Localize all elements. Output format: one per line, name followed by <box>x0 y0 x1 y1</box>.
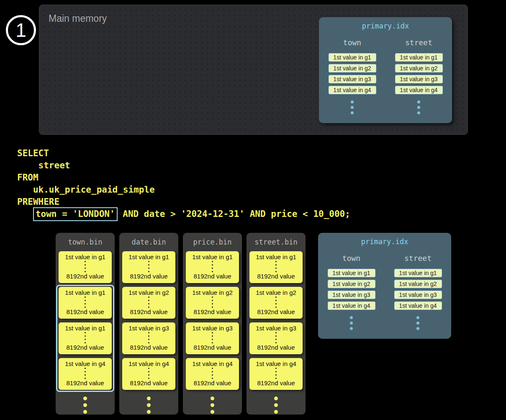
ellipsis-dot <box>275 296 277 298</box>
index-entry-chip: 1st value in g4 <box>394 301 442 310</box>
granule-first-value: 1st value in g2 <box>192 289 233 296</box>
granule-first-value: 1st value in g2 <box>128 289 169 296</box>
ellipsis-dots <box>351 100 354 114</box>
granule-block: 1st value in g18192nd value <box>249 251 303 283</box>
ellipsis-dot <box>85 261 86 262</box>
bin-title: town.bin <box>56 238 115 246</box>
ellipsis-dot <box>275 261 277 262</box>
index-entry-chip: 1st value in g4 <box>395 86 443 94</box>
ellipsis-dot <box>275 300 277 301</box>
granule-last-value: 8192nd value <box>257 344 295 351</box>
sql-line: SELECT <box>17 147 350 160</box>
granule-block: 1st value in g28192nd value <box>186 287 239 319</box>
granule-block: 1st value in g28192nd value <box>249 287 303 319</box>
column-header: street <box>405 38 432 47</box>
ellipsis-dot <box>275 307 277 308</box>
ellipsis-dot <box>148 261 149 262</box>
granule-first-value: 1st value in g1 <box>65 253 105 260</box>
granule-first-value: 1st value in g4 <box>256 360 296 367</box>
index-entry-chip: 1st value in g1 <box>395 53 443 62</box>
granule-block: 1st value in g28192nd value <box>122 287 175 319</box>
granule-last-value: 8192nd value <box>66 344 104 351</box>
bin-blocks: 1st value in g18192nd value1st value in … <box>249 251 303 394</box>
ellipsis-dot <box>211 410 214 414</box>
sql-line: uk.uk_price_paid_simple <box>17 184 350 196</box>
granule-block: 1st value in g48192nd value <box>186 358 239 390</box>
ellipsis-dot <box>85 342 86 343</box>
primary-index-column-street: street1st value in g11st value in g21st … <box>385 38 452 114</box>
granule-inner-dots <box>148 261 149 272</box>
ellipsis-dot <box>351 100 354 103</box>
ellipsis-dot <box>212 368 213 369</box>
main-memory-title: Main memory <box>49 13 107 24</box>
granule-inner-dots <box>212 368 213 379</box>
granule-block: 1st value in g18192nd value <box>186 251 239 283</box>
granule-block: 1st value in g18192nd value <box>59 287 112 319</box>
granule-inner-dots <box>275 332 277 343</box>
index-entry-chip: 1st value in g2 <box>329 64 376 72</box>
granule-inner-dots <box>212 296 213 308</box>
ellipsis-dot <box>275 371 277 372</box>
granule-first-value: 1st value in g3 <box>192 325 233 332</box>
primary-index-columns: town1st value in g11st value in g21st va… <box>318 254 451 330</box>
primary-index-title: primary.idx <box>319 22 452 30</box>
ellipsis-dot <box>275 271 277 272</box>
ellipsis-dot <box>148 374 149 376</box>
granule-block: 1st value in g48192nd value <box>249 358 303 390</box>
ellipsis-dots <box>119 397 178 414</box>
ellipsis-dot <box>275 374 277 376</box>
ellipsis-dot <box>148 339 149 340</box>
ellipsis-dot <box>212 268 213 269</box>
granule-last-value: 8192nd value <box>193 308 231 315</box>
ellipsis-dot <box>274 410 278 414</box>
granule-block: 1st value in g38192nd value <box>249 322 303 354</box>
ellipsis-dots <box>417 100 420 114</box>
index-entry-chip: 1st value in g2 <box>394 280 442 288</box>
ellipsis-dot <box>350 316 353 319</box>
ellipsis-dot <box>83 410 87 414</box>
index-entry-chip: 1st value in g2 <box>328 280 375 288</box>
ellipsis-dot <box>85 332 86 333</box>
ellipsis-dot <box>148 271 149 272</box>
granule-inner-dots <box>148 332 149 343</box>
ellipsis-dot <box>212 378 213 379</box>
index-entry-chip: 1st value in g1 <box>328 269 375 277</box>
ellipsis-dot <box>83 397 87 400</box>
index-entry-chip: 1st value in g3 <box>395 75 443 83</box>
column-header: street <box>404 254 432 263</box>
granule-last-value: 8192nd value <box>66 379 104 387</box>
ellipsis-dot <box>275 339 277 340</box>
ellipsis-dot <box>85 296 86 298</box>
ellipsis-dot <box>148 371 149 372</box>
ellipsis-dot <box>148 335 149 337</box>
ellipsis-dot <box>275 335 277 337</box>
diagram-canvas: 1 Main memory primary.idxtown1st value i… <box>0 0 506 420</box>
ellipsis-dot <box>212 339 213 340</box>
ellipsis-dot <box>148 300 149 301</box>
granule-inner-dots <box>85 296 86 308</box>
granule-last-value: 8192nd value <box>257 379 295 387</box>
granule-first-value: 1st value in g2 <box>256 289 296 296</box>
primary-index-column-town: town1st value in g11st value in g21st va… <box>318 254 385 330</box>
sql-line: FROM <box>17 172 350 184</box>
ellipsis-dot <box>212 374 213 376</box>
ellipsis-dot <box>351 111 354 114</box>
granule-inner-dots <box>212 261 213 272</box>
granule-last-value: 8192nd value <box>257 308 295 315</box>
primary-index-panel-bottom: primary.idxtown1st value in g11st value … <box>318 233 451 339</box>
ellipsis-dot <box>85 264 86 265</box>
ellipsis-dots <box>183 397 242 414</box>
primary-index-columns: town1st value in g11st value in g21st va… <box>319 38 452 114</box>
primary-index-panel-top: primary.idxtown1st value in g11st value … <box>319 17 452 123</box>
ellipsis-dot <box>417 106 420 109</box>
granule-last-value: 8192nd value <box>193 379 231 387</box>
ellipsis-dot <box>274 403 278 407</box>
ellipsis-dot <box>148 378 149 379</box>
granule-block: 1st value in g18192nd value <box>122 251 175 283</box>
ellipsis-dot <box>147 403 151 407</box>
bin-title: street.bin <box>247 238 306 246</box>
ellipsis-dot <box>275 264 277 265</box>
ellipsis-dot <box>212 307 213 308</box>
granule-first-value: 1st value in g4 <box>65 360 105 367</box>
granule-inner-dots <box>148 296 149 308</box>
